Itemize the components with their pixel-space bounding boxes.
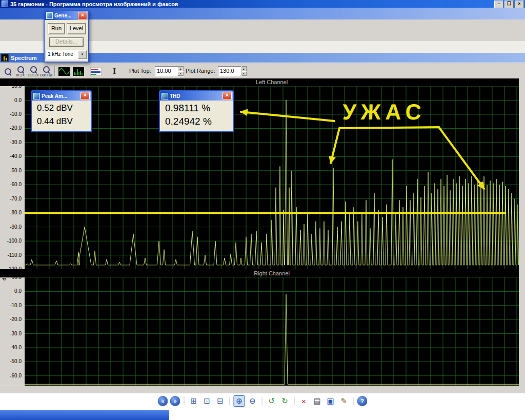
right-channel-plot[interactable] <box>25 277 519 386</box>
time-series-view-button[interactable] <box>57 64 71 78</box>
plot-range-input[interactable]: 130.0 ▲▼ <box>218 66 247 76</box>
save-button[interactable]: ▣ <box>325 395 336 407</box>
run-button[interactable]: Run <box>48 23 65 34</box>
app-icon <box>2 1 8 7</box>
screen: 35 гармоник - Программа просмотра изобра… <box>0 0 525 420</box>
rotate-counterclockwise-button[interactable]: ↺ <box>266 395 277 407</box>
generator-titlebar[interactable]: Gene... × <box>45 11 88 20</box>
right-channel-header: Right Channel <box>0 269 519 277</box>
toolbar-separator <box>262 397 262 405</box>
spectrum-view-button[interactable] <box>72 64 85 78</box>
y-axis-tick: -60.0 <box>10 373 22 378</box>
previous-image-button[interactable]: « <box>158 396 168 406</box>
plot-top-value: 10.00 <box>155 67 177 76</box>
generator-title: Gene... <box>54 13 71 18</box>
magnifier-full-icon <box>43 66 50 73</box>
close-button[interactable]: × <box>515 1 524 8</box>
thd-window-icon <box>161 93 168 99</box>
plot-top-label: Plot Top: <box>129 68 151 74</box>
y-axis-tick: -70.0 <box>10 196 22 202</box>
actual-size-button[interactable]: ⊡ <box>201 395 213 407</box>
next-image-button[interactable]: » <box>170 396 180 406</box>
plot-range-value: 130.0 <box>218 67 240 76</box>
toolbar-separator <box>230 397 230 405</box>
analyzer-toolbar: In 2X Out 2X Out Full <box>0 63 525 79</box>
thd-window[interactable]: THD × 0.98111 % 0.24942 % <box>159 90 234 132</box>
rotate-clockwise-button[interactable]: ↻ <box>279 395 291 407</box>
y-axis-tick: -20.0 <box>10 316 22 322</box>
y-axis-tick: 10.0 <box>12 274 22 280</box>
left-channel-plot[interactable] <box>25 86 519 269</box>
zoom-out-full-button[interactable]: Out Full <box>39 64 53 78</box>
thd-titlebar[interactable]: THD × <box>160 91 233 101</box>
edit-button[interactable]: ✎ <box>338 395 350 407</box>
y-axis-tick: -110.0 <box>7 252 22 258</box>
toolbar-separator <box>353 397 354 405</box>
spectrum-icon <box>1 54 9 62</box>
window-titlebar[interactable]: 35 гармоник - Программа просмотра изобра… <box>0 0 525 8</box>
generator-body: Run Level Details... 1 kHz Tone ▼ <box>45 20 88 62</box>
close-icon[interactable]: × <box>80 92 90 100</box>
generator-window[interactable]: Gene... × Run Level Details... 1 kHz Ton… <box>44 10 89 63</box>
toolbar-separator <box>241 66 242 76</box>
y-axis-unit-label: dBV <box>2 267 7 285</box>
zoom-out-button[interactable]: ⊖ <box>247 395 258 407</box>
plot-range-label: Plot Range: <box>186 68 215 74</box>
y-axis-tick: -40.0 <box>10 345 22 350</box>
right-channel-title: Right Channel <box>254 270 290 276</box>
maximize-button[interactable]: ❐ <box>504 1 514 8</box>
zoom-out-2x-button[interactable]: Out 2X <box>27 64 40 78</box>
left-y-axis: 10.00.0-10.0-20.0-30.0-40.0-50.0-60.0-70… <box>0 86 25 269</box>
peak-value-right: 0.44 dBV <box>32 115 91 128</box>
thd-title: THD <box>170 93 180 99</box>
level-button[interactable]: Level <box>67 23 86 34</box>
y-axis-tick: -60.0 <box>10 182 22 187</box>
toolbar-separator <box>54 66 55 76</box>
tone-select[interactable]: 1 kHz Tone ▼ <box>46 50 87 59</box>
magnifier-in-icon <box>17 66 24 73</box>
peak-titlebar[interactable]: Peak Am... × <box>32 91 91 101</box>
minimize-button[interactable]: – <box>494 1 503 8</box>
thd-value-left: 0.98111 % <box>160 102 233 115</box>
left-channel-header: Left Channel <box>0 78 519 86</box>
left-spectrum-trace <box>25 101 519 265</box>
y-axis-tick: -50.0 <box>10 168 22 173</box>
levels-view-button[interactable] <box>89 64 103 78</box>
plot-top-spinner[interactable]: ▲▼ <box>177 67 184 76</box>
chevron-down-icon[interactable]: ▼ <box>78 50 87 59</box>
y-axis-tick: -90.0 <box>10 224 22 230</box>
tone-select-value: 1 kHz Tone <box>46 50 78 59</box>
y-axis-tick: -30.0 <box>10 331 22 336</box>
y-axis-tick: 0.0 <box>14 288 22 294</box>
cursor-measure-button[interactable]: I <box>108 64 121 78</box>
toolbar-separator <box>184 397 185 405</box>
close-icon[interactable]: × <box>223 92 232 100</box>
levels-icon <box>90 67 102 76</box>
y-axis-tick: -20.0 <box>10 125 22 131</box>
print-button[interactable]: ▤ <box>312 395 323 407</box>
peak-amplitude-window[interactable]: Peak Am... × 0.52 dBV 0.44 dBV <box>31 90 92 132</box>
y-axis-tick: -50.0 <box>10 358 22 364</box>
close-icon[interactable]: × <box>78 12 87 20</box>
zoom-tool-button[interactable] <box>1 64 14 78</box>
spectrum-label: Spectrum <box>11 55 37 61</box>
taskbar-fragment <box>0 410 169 420</box>
start-slideshow-button[interactable]: ⊟ <box>215 395 226 407</box>
peak-title: Peak Am... <box>42 93 67 99</box>
y-axis-tick: 10.0 <box>12 83 22 89</box>
zoom-in-button[interactable]: ⊕ <box>234 395 245 407</box>
best-fit-button[interactable]: ⊞ <box>188 395 199 407</box>
thd-body: 0.98111 % 0.24942 % <box>160 101 233 131</box>
plot-top-input[interactable]: 10.00 ▲▼ <box>155 66 184 76</box>
right-y-axis: 10.00.0-10.0-20.0-30.0-40.0-50.0-60.0 <box>0 277 25 386</box>
window-title: 35 гармоник - Программа просмотра изобра… <box>10 1 178 7</box>
delete-button[interactable]: × <box>298 395 310 407</box>
peak-body: 0.52 dBV 0.44 dBV <box>32 101 91 131</box>
viewer-toolbar: «»⊞⊡⊟⊕⊖↺↻×▤▣✎? <box>158 395 368 407</box>
spectrum-bars-icon <box>73 67 84 76</box>
help-button[interactable]: ? <box>357 396 368 406</box>
details-button[interactable]: Details... <box>49 37 84 47</box>
zoom-in-2x-button[interactable]: In 2X <box>14 64 27 78</box>
thd-value-right: 0.24942 % <box>160 115 233 128</box>
right-gutter <box>519 78 525 393</box>
